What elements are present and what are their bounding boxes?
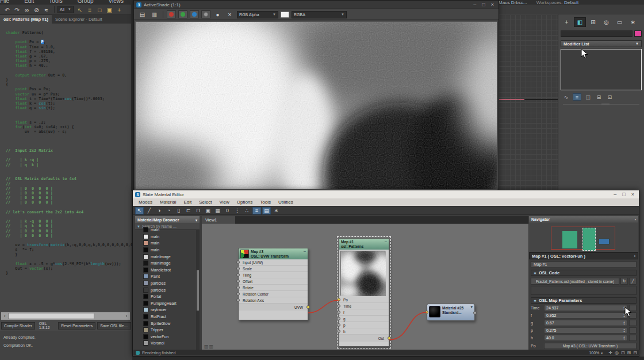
monochrome-channel-button[interactable]: ● <box>213 10 223 18</box>
output-socket[interactable] <box>388 336 391 340</box>
po-map-slot-button[interactable]: Map #3 ( OSL: UVW Transform ) <box>544 343 637 349</box>
tab-utilities[interactable]: ∗ <box>627 17 639 27</box>
rollout-divider[interactable] <box>563 104 639 105</box>
layout-children-icon[interactable]: ⊓ <box>194 207 202 215</box>
layout-all-icon[interactable]: ⊏ <box>184 207 193 215</box>
delete-selected-icon[interactable]: ▯ <box>174 207 183 215</box>
pin-icon[interactable]: ▪ <box>635 218 636 221</box>
clone-rendered-frame-icon[interactable]: ▥ <box>150 10 159 18</box>
close-icon[interactable]: × <box>631 192 634 197</box>
maximize-icon[interactable]: □ <box>482 2 485 7</box>
node-input-offset[interactable]: Offset <box>239 278 308 285</box>
edit-osl-icon[interactable]: ╱ <box>629 278 637 285</box>
collapse-node-icon[interactable]: ▾ <box>470 305 473 309</box>
slate-titlebar[interactable]: 3 Slate Material Editor – □ × <box>133 190 639 198</box>
output-socket[interactable] <box>473 311 477 315</box>
slate-menu-material[interactable]: Material <box>160 200 176 205</box>
spinner-icon[interactable]: ▲▼ <box>622 335 626 341</box>
spinner-icon[interactable]: ▲▼ <box>622 328 626 334</box>
pixel-format-dropdown[interactable]: RGBA▼ <box>292 11 347 18</box>
navigator-minimap[interactable] <box>529 223 638 252</box>
browser-item-vectorFun[interactable]: vectorFun <box>135 334 196 340</box>
node-output-row[interactable]: UVW <box>239 304 308 311</box>
rectangular-selection-region-icon[interactable]: □ <box>95 6 105 14</box>
tab-create[interactable]: + <box>561 17 573 27</box>
browser-item-mainImage[interactable]: mainImage <box>135 253 196 260</box>
input-socket[interactable] <box>425 311 428 314</box>
input-socket[interactable] <box>236 279 240 283</box>
tab-view1[interactable]: View1 <box>202 216 235 224</box>
browser-scrollbar[interactable] <box>196 230 200 350</box>
node-header[interactable]: Map #3OSL: UVW Transform – <box>239 248 308 259</box>
select-tool-icon[interactable]: ↖ <box>135 207 144 215</box>
browser-item-raytracer[interactable]: raytracer <box>135 307 196 313</box>
object-name-field[interactable] <box>561 30 632 37</box>
tab-scene-explorer[interactable]: Scene Explorer - Default <box>52 15 106 24</box>
minimize-icon[interactable]: – <box>473 2 476 7</box>
param-value-field[interactable]: 24.937▲▼ <box>544 305 627 311</box>
zoom-percent-dropdown[interactable]: 100% ▼ <box>589 351 603 355</box>
select-and-move-icon[interactable]: + <box>114 6 124 14</box>
node-map3-uvw-transform[interactable]: Map #3OSL: UVW Transform – Input (UVW)Sc… <box>238 248 308 320</box>
material-preview-icon[interactable]: ▣ <box>204 207 212 215</box>
browser-item-RotFract[interactable]: RotFract <box>135 313 196 320</box>
redo-icon[interactable]: ↷ <box>12 6 22 14</box>
output-socket[interactable] <box>306 305 310 309</box>
pin-icon[interactable]: ▪ <box>634 254 635 258</box>
select-by-name-icon[interactable]: ≡ <box>85 6 95 14</box>
panel-menu-icon[interactable]: ▾ <box>195 218 197 222</box>
browser-item-Portal[interactable]: Portal <box>135 293 196 300</box>
tab-display[interactable]: ▭ <box>614 17 626 27</box>
clear-button-close-icon[interactable]: × <box>225 10 235 18</box>
select-and-link-icon[interactable]: ∞ <box>22 6 32 14</box>
select-object-icon[interactable]: ↖ <box>75 6 85 14</box>
node-input-f[interactable]: f <box>339 309 389 316</box>
connect-nodes-icon[interactable]: ∴ <box>243 207 251 215</box>
zoom-extents-icon[interactable]: ⊞ <box>627 350 631 355</box>
blue-channel-button[interactable] <box>190 10 199 18</box>
browser-item-particles[interactable]: particles <box>135 286 196 293</box>
osl-code-editor[interactable]: shader Patterns( point Po = P, float Tim… <box>0 26 132 311</box>
node-header[interactable]: Map #1osl: Patterns – <box>339 239 389 250</box>
pick-material-from-object-icon[interactable]: ╱ <box>145 207 154 215</box>
node-input-scale[interactable]: Scale <box>239 266 308 272</box>
slate-menu-modes[interactable]: Modes <box>139 200 152 205</box>
input-socket[interactable] <box>337 311 340 314</box>
put-to-library-icon[interactable]: ◑ <box>155 207 163 215</box>
code-horizontal-scrollbar[interactable]: ‹ › <box>1 312 130 320</box>
show-background-icon[interactable]: 0 <box>223 207 232 215</box>
node-input-h[interactable]: h <box>339 328 389 335</box>
object-color-swatch[interactable] <box>634 30 642 37</box>
menu-item-edit[interactable]: Edit <box>24 0 34 4</box>
slate-menu-edit[interactable]: Edit <box>183 200 191 205</box>
input-socket[interactable] <box>337 330 340 333</box>
node-input-po[interactable]: Po <box>339 297 389 303</box>
hide-unused-nodeslots-icon[interactable]: ≡ <box>252 207 261 215</box>
input-socket[interactable] <box>236 298 240 302</box>
tab-hierarchy[interactable]: ⊞ <box>587 17 599 27</box>
param-value-field[interactable]: 0.275▲▼ <box>544 327 627 334</box>
scrollbar-thumb[interactable] <box>197 270 199 311</box>
display-channel-dropdown[interactable]: RGB Alpha▼ <box>237 11 278 18</box>
slate-menu-options[interactable]: Options <box>237 200 253 205</box>
param-map-slot-button[interactable] <box>629 320 637 326</box>
input-socket[interactable] <box>236 267 240 270</box>
slate-menu-view[interactable]: View <box>220 200 229 205</box>
zoom-tool-icon[interactable]: ∗ <box>272 207 281 215</box>
node-material25-standard[interactable]: Material #25Standard... ▾ <box>427 304 475 321</box>
browser-item-main[interactable]: main <box>135 227 196 233</box>
browser-item-PumpingHeart[interactable]: PumpingHeart <box>135 300 196 307</box>
configure-modifier-sets-icon[interactable]: ⊡ <box>605 93 614 101</box>
node-input-rotate[interactable]: Rotate <box>239 285 308 291</box>
parameter-panel-header[interactable]: Map #1 ( OSL: vectorFun )▪ <box>529 252 638 259</box>
input-socket[interactable] <box>337 317 340 320</box>
browser-item-particles[interactable]: particles <box>135 280 196 287</box>
reset-parameters-button[interactable]: Reset Parameters <box>58 322 95 330</box>
assign-material-icon[interactable]: ◔ <box>164 207 173 215</box>
node-input-g[interactable]: g <box>339 316 389 322</box>
window-crossing-icon[interactable]: ▣ <box>105 6 114 14</box>
show-end-result-icon[interactable]: ≡ <box>573 93 581 101</box>
spinner-icon[interactable]: ▲▼ <box>622 320 626 326</box>
scrollbar-thumb[interactable] <box>8 313 94 319</box>
menu-item-group[interactable]: Group <box>78 0 94 4</box>
